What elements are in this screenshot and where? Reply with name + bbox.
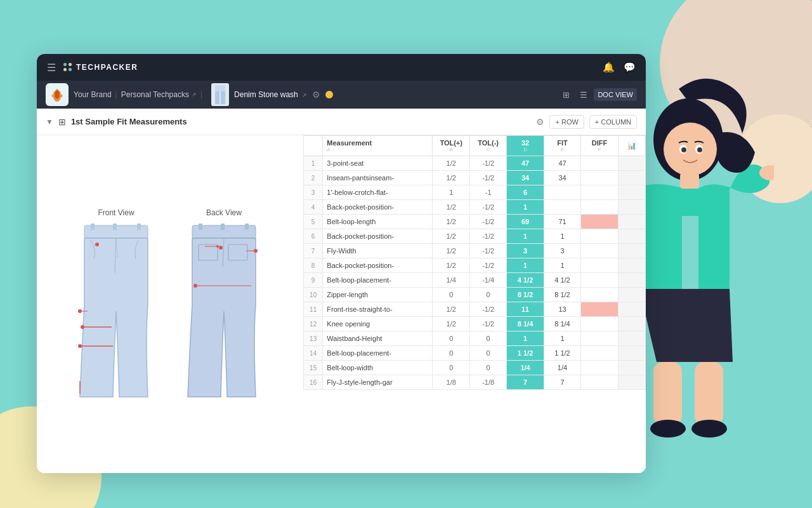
table-row[interactable]: 13-point-seat1/2-1/24747 <box>304 156 646 171</box>
cell-size[interactable]: 34 <box>507 171 544 185</box>
cell-chart[interactable] <box>618 375 645 390</box>
cell-diff[interactable] <box>581 229 618 244</box>
cell-diff[interactable] <box>581 331 618 346</box>
cell-fit[interactable]: 4 1/2 <box>544 273 580 288</box>
cell-fit[interactable] <box>544 185 580 200</box>
table-row[interactable]: 10Zipper-length008 1/28 1/2 <box>304 288 646 302</box>
cell-tol-plus[interactable]: 0 <box>433 331 469 346</box>
cell-chart[interactable] <box>618 258 645 273</box>
cell-tol-plus[interactable]: 0 <box>433 346 469 361</box>
cell-tol-plus[interactable]: 0 <box>433 288 469 302</box>
cell-diff[interactable] <box>581 317 618 331</box>
cell-tol-minus[interactable]: -1/2 <box>469 215 506 229</box>
cell-tol-plus[interactable]: 1 <box>433 185 469 200</box>
cell-fit[interactable]: 1 <box>544 331 580 346</box>
grid-view-button[interactable]: ⊞ <box>559 88 573 102</box>
cell-chart[interactable] <box>618 200 645 215</box>
cell-measurement[interactable]: Waistband-Height <box>323 331 433 346</box>
section-settings-icon[interactable]: ⚙ <box>536 117 544 127</box>
cell-tol-minus[interactable]: -1/2 <box>469 244 506 258</box>
table-row[interactable]: 11Front-rise-straight-to-1/2-1/21113 <box>304 302 646 317</box>
settings-gear-icon[interactable]: ⚙ <box>312 90 320 100</box>
cell-tol-minus[interactable]: -1/8 <box>469 375 506 390</box>
table-row[interactable]: 8Back-pocket-position-1/2-1/211 <box>304 258 646 273</box>
cell-size[interactable]: 1 <box>507 229 544 244</box>
cell-tol-plus[interactable]: 1/2 <box>433 171 469 185</box>
cell-measurement[interactable]: Belt-loop-placement- <box>323 273 433 288</box>
measurement-table-panel[interactable]: Measurement A TOL(+) B TOL(-) C 32 <box>303 135 646 473</box>
cell-chart[interactable] <box>618 156 645 171</box>
cell-tol-minus[interactable]: -1/2 <box>469 317 506 331</box>
table-row[interactable]: 15Belt-loop-width001/41/4 <box>304 361 646 375</box>
cell-size[interactable]: 1/4 <box>507 361 544 375</box>
cell-diff[interactable] <box>581 375 618 390</box>
cell-diff[interactable] <box>581 244 618 258</box>
cell-size[interactable]: 8 1/4 <box>507 317 544 331</box>
cell-measurement[interactable]: Belt-loop-length <box>323 215 433 229</box>
cell-diff[interactable] <box>581 156 618 171</box>
cell-measurement[interactable]: Back-pocket-position- <box>323 229 433 244</box>
cell-size[interactable]: 8 1/2 <box>507 288 544 302</box>
table-row[interactable]: 2Inseam-pantsinseam-1/2-1/23434 <box>304 171 646 185</box>
table-row[interactable]: 5Belt-loop-length1/2-1/26971 <box>304 215 646 229</box>
table-row[interactable]: 6Back-pocket-position-1/2-1/211 <box>304 229 646 244</box>
cell-diff[interactable] <box>581 200 618 215</box>
table-row[interactable]: 7Fly-Width1/2-1/233 <box>304 244 646 258</box>
cell-size[interactable]: 11 <box>507 302 544 317</box>
cell-fit[interactable]: 3 <box>544 244 580 258</box>
cell-tol-minus[interactable]: 0 <box>469 331 506 346</box>
cell-measurement[interactable]: Back-pocket-position- <box>323 200 433 215</box>
doc-view-button[interactable]: DOC VIEW <box>594 88 637 101</box>
cell-tol-minus[interactable]: -1/2 <box>469 302 506 317</box>
cell-tol-plus[interactable]: 1/2 <box>433 317 469 331</box>
section-chevron-icon[interactable]: ▼ <box>46 117 53 126</box>
cell-size[interactable]: 1 <box>507 331 544 346</box>
cell-size[interactable]: 1 1/2 <box>507 346 544 361</box>
cell-size[interactable]: 3 <box>507 244 544 258</box>
cell-diff[interactable] <box>581 361 618 375</box>
menu-icon[interactable]: ☰ <box>47 62 56 74</box>
cell-measurement[interactable]: Belt-loop-placement- <box>323 346 433 361</box>
cell-measurement[interactable]: Fly-J-style-length-gar <box>323 375 433 390</box>
cell-measurement[interactable]: Fly-Width <box>323 244 433 258</box>
cell-tol-minus[interactable]: -1/2 <box>469 156 506 171</box>
cell-chart[interactable] <box>618 288 645 302</box>
cell-fit[interactable]: 8 1/4 <box>544 317 580 331</box>
cell-diff[interactable] <box>581 273 618 288</box>
add-row-button[interactable]: + ROW <box>549 115 584 129</box>
cell-measurement[interactable]: Zipper-length <box>323 288 433 302</box>
cell-chart[interactable] <box>618 331 645 346</box>
cell-tol-plus[interactable]: 1/4 <box>433 273 469 288</box>
cell-tol-minus[interactable]: -1/4 <box>469 273 506 288</box>
cell-tol-plus[interactable]: 1/2 <box>433 215 469 229</box>
cell-tol-plus[interactable]: 1/2 <box>433 244 469 258</box>
table-row[interactable]: 12Knee opening1/2-1/28 1/48 1/4 <box>304 317 646 331</box>
cell-diff[interactable] <box>581 258 618 273</box>
cell-chart[interactable] <box>618 346 645 361</box>
cell-diff[interactable] <box>581 185 618 200</box>
cell-size[interactable]: 47 <box>507 156 544 171</box>
cell-measurement[interactable]: 3-point-seat <box>323 156 433 171</box>
cell-diff[interactable] <box>581 215 618 229</box>
cell-tol-minus[interactable]: 0 <box>469 361 506 375</box>
cell-fit[interactable]: 1 1/2 <box>544 346 580 361</box>
cell-tol-minus[interactable]: -1/2 <box>469 200 506 215</box>
cell-tol-plus[interactable]: 1/2 <box>433 229 469 244</box>
cell-measurement[interactable]: Knee opening <box>323 317 433 331</box>
cell-fit[interactable]: 47 <box>544 156 580 171</box>
cell-chart[interactable] <box>618 185 645 200</box>
cell-tol-plus[interactable]: 1/2 <box>433 200 469 215</box>
table-row[interactable]: 14Belt-loop-placement-001 1/21 1/2 <box>304 346 646 361</box>
cell-measurement[interactable]: Inseam-pantsinseam- <box>323 171 433 185</box>
cell-fit[interactable]: 1 <box>544 229 580 244</box>
cell-tol-plus[interactable]: 0 <box>433 361 469 375</box>
cell-chart[interactable] <box>618 244 645 258</box>
cell-tol-minus[interactable]: -1 <box>469 185 506 200</box>
cell-diff[interactable] <box>581 171 618 185</box>
cell-fit[interactable]: 13 <box>544 302 580 317</box>
cell-tol-minus[interactable]: 0 <box>469 346 506 361</box>
cell-fit[interactable]: 7 <box>544 375 580 390</box>
cell-measurement[interactable]: Front-rise-straight-to- <box>323 302 433 317</box>
cell-diff[interactable] <box>581 346 618 361</box>
cell-tol-minus[interactable]: -1/2 <box>469 258 506 273</box>
